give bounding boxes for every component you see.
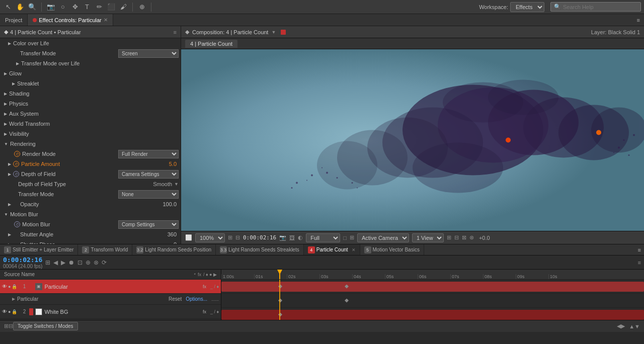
shape-tool-icon[interactable]: ⬛ — [106, 2, 116, 12]
param-shading[interactable]: ▶ Shading — [0, 89, 181, 99]
param-shutter-phase[interactable]: ▶ Shutter Phase 0 — [0, 239, 181, 244]
param-color-over-life[interactable]: ▶ Color over Life — [0, 38, 181, 48]
compress-icon[interactable]: ◀▶ — [617, 323, 625, 329]
transfer-mode-2-select[interactable]: None — [118, 190, 179, 199]
camera-tool-icon[interactable]: 📷 — [46, 2, 56, 12]
render-mode-select[interactable]: Full Render — [118, 150, 179, 158]
search-input[interactable] — [563, 4, 633, 10]
layout-icon-3[interactable]: ⊠ — [462, 234, 466, 241]
expand-icon[interactable]: ▲▼ — [629, 323, 640, 329]
transport-icon-5[interactable]: ⊡ — [77, 259, 83, 266]
select-tool-icon[interactable]: ↖ — [3, 2, 13, 12]
layer-1-fx-icon[interactable]: fx — [203, 284, 206, 289]
toggle-switches-btn[interactable]: Toggle Switches / Modes — [13, 322, 78, 330]
puppet-tool-icon[interactable]: ⊕ — [137, 2, 147, 12]
layer-1-options-btn[interactable]: Options... — [184, 296, 209, 302]
param-visibility[interactable]: ▶ Visibility — [0, 129, 181, 139]
layer-row-2[interactable]: 👁 ● 🔒 2 □ White BG fx _ / ♦ — [0, 305, 221, 319]
param-aux-system[interactable]: ▶ Aux System — [0, 109, 181, 119]
param-transfer-mode[interactable]: Transfer Mode Screen — [0, 48, 181, 58]
tab-effect-controls-close[interactable]: ✕ — [104, 17, 108, 23]
dof-select[interactable]: Camera Settings — [118, 170, 179, 179]
transfer-mode-select[interactable]: Screen — [118, 49, 179, 58]
layout-icon-2[interactable]: ⊟ — [454, 234, 459, 241]
param-render-mode[interactable]: ⏱ Render Mode Full Render — [0, 149, 181, 159]
playhead[interactable] — [279, 270, 280, 279]
workspace-select[interactable]: Effects — [510, 2, 544, 12]
keyframe-1-sub-b[interactable] — [345, 299, 349, 303]
camera-select[interactable]: Active Camera — [357, 233, 409, 242]
param-glow[interactable]: ▶ Glow — [0, 68, 181, 78]
orbit-tool-icon[interactable]: ○ — [58, 2, 68, 12]
timeline-tab-2[interactable]: 2 Transform World — [78, 244, 132, 255]
timeline-panel-menu-icon[interactable]: ≡ — [638, 247, 641, 253]
show-snapshot-icon[interactable]: 🖼 — [289, 235, 295, 241]
grid-icon[interactable]: ⊞ — [350, 234, 354, 241]
view-resize-icon[interactable]: ⊞ — [228, 234, 232, 241]
layer-1-solo-icon[interactable]: ● — [8, 284, 11, 289]
tab-4-close-icon[interactable]: ✕ — [352, 247, 356, 252]
param-particle-amount[interactable]: ▶ ⏱ Particle Amount 5.0 — [0, 159, 181, 169]
param-opacity[interactable]: ▶ Opacity 100.0 — [0, 199, 181, 209]
layout-icon-1[interactable]: ⊞ — [447, 234, 451, 241]
tab-effect-controls[interactable]: Effect Controls: Particular ✕ — [28, 14, 113, 26]
layer-1-lock-icon[interactable]: 🔒 — [12, 284, 17, 289]
layer-1-reset-btn[interactable]: Reset — [167, 296, 184, 302]
3d-icon[interactable]: ⊗ — [469, 234, 474, 241]
panel-menu-icon[interactable]: ≡ — [637, 17, 640, 23]
transport-icon-3[interactable]: ▶ — [61, 259, 65, 266]
tl-icon-1[interactable]: ≡ — [638, 260, 641, 266]
layer-2-eye-icon[interactable]: 👁 — [2, 309, 7, 314]
separator-1 — [41, 3, 42, 12]
hand-tool-icon[interactable]: ✋ — [15, 2, 25, 12]
timeline-tab-1[interactable]: 1 Still Emitter + Layer Emitter — [0, 244, 78, 255]
param-physics[interactable]: ▶ Physics — [0, 99, 181, 109]
pan-tool-icon[interactable]: ✥ — [70, 2, 80, 12]
transport-icon-7[interactable]: ⊗ — [94, 259, 99, 266]
param-motion-blur-group[interactable]: ▼ Motion Blur — [0, 209, 181, 219]
quality-select[interactable]: Full Half Quarter — [306, 233, 340, 242]
transport-icon-1[interactable]: ⊞ — [45, 259, 50, 266]
timeline-tab-5[interactable]: 5 Motion Vector Basics — [360, 244, 424, 255]
param-transfer-mode-2[interactable]: Transfer Mode None — [0, 189, 181, 199]
comp-tab[interactable]: 4 | Particle Count — [185, 40, 237, 48]
snapshot-icon[interactable]: 📷 — [279, 234, 286, 241]
text-tool-icon[interactable]: T — [82, 2, 92, 12]
tab-project[interactable]: Project — [0, 14, 28, 26]
draft-icon[interactable]: □ — [343, 235, 347, 241]
param-dof-type[interactable]: Depth of Field Type Smooth ▼ — [0, 179, 181, 189]
param-motion-blur-val[interactable]: ⏱ Motion Blur Comp Settings — [0, 219, 181, 229]
zoom-tool-icon[interactable]: 🔍 — [27, 2, 37, 12]
timeline-tab-3-2[interactable]: 3.2 Light Random Seeds Position — [132, 244, 216, 255]
transport-icon-4[interactable]: ⏺ — [68, 259, 74, 266]
param-rendering[interactable]: ▼ Rendering — [0, 139, 181, 149]
show-channel-icon[interactable]: ◐ — [298, 234, 303, 241]
timeline-tab-3-3[interactable]: 3.3 Light Random Seeds Streaklets — [216, 244, 304, 255]
ruler-mark: 09s — [516, 274, 548, 279]
param-transfer-mode-over-life[interactable]: ▶ Transfer Mode over Life — [0, 58, 181, 68]
layer-1-eye-icon[interactable]: 👁 — [2, 284, 7, 289]
param-depth-of-field[interactable]: ▶ ⏱ Depth of Field Camera Settings — [0, 169, 181, 179]
panel-options-icon[interactable]: ≡ — [174, 29, 177, 35]
transport-icon-8[interactable]: ⟳ — [102, 259, 107, 266]
timeline-tab-4[interactable]: 4 Particle Count ✕ — [304, 244, 360, 255]
transport-icon-2[interactable]: ◀ — [53, 259, 58, 266]
pen-tool-icon[interactable]: ✏ — [94, 2, 104, 12]
motion-blur-select[interactable]: Comp Settings — [118, 220, 179, 229]
view-fit-icon[interactable]: ⊟ — [235, 234, 240, 241]
layer-row-1[interactable]: 👁 ● 🔒 1 ▣ Particular fx _ / ♦ — [0, 280, 221, 294]
paint-tool-icon[interactable]: 🖌 — [118, 2, 128, 12]
layer-2-solo-icon[interactable]: ● — [8, 309, 11, 314]
render-queue-icon[interactable]: ⊟ — [9, 323, 13, 329]
param-shutter-angle[interactable]: ▶ Shutter Angle 360 — [0, 229, 181, 239]
layer-1-effect-row[interactable]: ▶ Particular Reset Options... ...... — [0, 294, 221, 305]
timeline-fps: 00064 (24.00 fps) — [3, 264, 42, 269]
transport-icon-6[interactable]: ⊕ — [86, 259, 91, 266]
view-count-select[interactable]: 1 View — [412, 233, 444, 242]
param-streaklet[interactable]: ▶ Streaklet — [0, 78, 181, 89]
layer-2-fx-icon[interactable]: fx — [203, 309, 206, 314]
param-world-transform[interactable]: ▶ World Transform — [0, 119, 181, 129]
layer-2-lock-icon[interactable]: 🔒 — [12, 309, 17, 314]
zoom-select[interactable]: 100% 50% 200% — [195, 233, 225, 242]
comp-flow-icon[interactable]: ⊞ — [4, 323, 9, 329]
